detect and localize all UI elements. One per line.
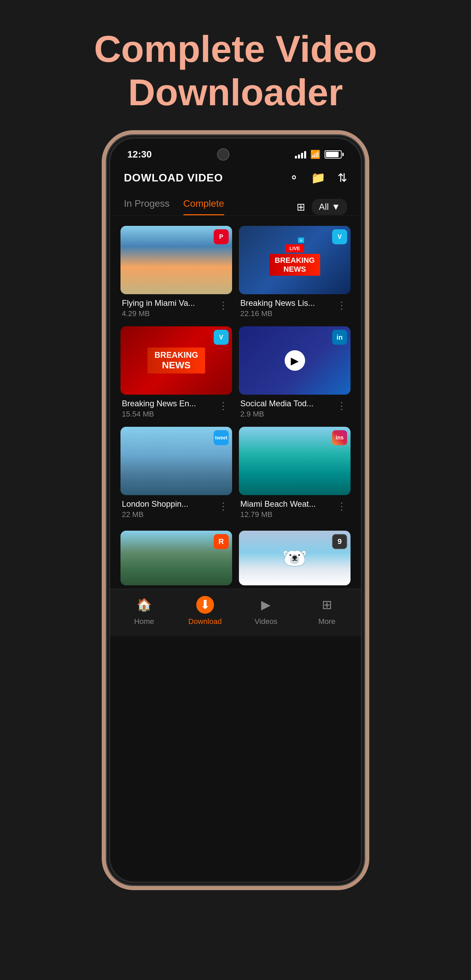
- video-size: 4.29 MB: [122, 309, 216, 318]
- status-time: 12:30: [127, 149, 152, 160]
- video-info: Socical Media Tod... 2.9 MB ⋮: [239, 395, 350, 420]
- home-icon: 🏠: [135, 596, 153, 614]
- status-icons: 📶: [295, 150, 344, 159]
- video-thumbnail-partial: R: [121, 531, 232, 585]
- videos-icon: ▶: [257, 596, 275, 614]
- video-size: 15.54 MB: [122, 410, 216, 418]
- video-size: 2.9 MB: [240, 410, 334, 418]
- video-menu-icon[interactable]: ⋮: [334, 399, 349, 413]
- video-title: Miami Beach Weat...: [240, 499, 334, 509]
- nav-item-download[interactable]: ⬇ Download: [175, 596, 236, 626]
- video-title: Breaking News En...: [122, 399, 216, 408]
- phone-mockup: 12:30 📶 DO: [106, 134, 365, 920]
- video-info: Breaking News Lis... 22.16 MB ⋮: [239, 294, 350, 320]
- video-item[interactable]: P Flying in Miami Va... 4.29 MB ⋮: [121, 226, 232, 320]
- video-title: Socical Media Tod...: [240, 399, 334, 408]
- video-menu-icon[interactable]: ⋮: [216, 499, 231, 513]
- signal-icon: [295, 150, 306, 159]
- app-header: DOWLOAD VIDEO ⚬ 📁 ⇅: [110, 164, 361, 191]
- video-item[interactable]: tweet London Shoppin... 22 MB ⋮: [121, 427, 232, 520]
- more-icon: ⊞: [318, 596, 336, 614]
- video-thumbnail-partial: 🐻‍❄️ 9: [239, 531, 350, 585]
- folder-icon[interactable]: 📁: [311, 171, 325, 185]
- source-badge-vimeo: V: [214, 330, 229, 345]
- grid-view-icon[interactable]: ⊞: [297, 201, 305, 213]
- search-icon[interactable]: ⚬: [289, 171, 299, 185]
- tab-bar: In Progess Complete ⊞ All ▼: [110, 191, 361, 216]
- video-item[interactable]: R: [121, 531, 232, 585]
- video-grid-partial: R 🐻‍❄️ 9: [110, 531, 361, 589]
- video-item[interactable]: ins Miami Beach Weat... 12.79 MB ⋮: [239, 427, 350, 520]
- nav-item-home[interactable]: 🏠 Home: [114, 596, 175, 626]
- nav-label-download: Download: [189, 617, 222, 626]
- video-title: Breaking News Lis...: [240, 298, 334, 308]
- video-grid: P Flying in Miami Va... 4.29 MB ⋮: [110, 216, 361, 531]
- video-title: Flying in Miami Va...: [122, 298, 216, 308]
- video-size: 22.16 MB: [240, 309, 334, 318]
- video-menu-icon[interactable]: ⋮: [216, 298, 231, 312]
- nav-label-videos: Videos: [255, 617, 278, 626]
- bottom-nav: 🏠 Home ⬇ Download ▶ Videos ⊞ More: [110, 589, 361, 636]
- status-bar: 12:30 📶: [110, 139, 361, 164]
- battery-icon: [325, 150, 344, 159]
- chevron-down-icon: ▼: [331, 202, 340, 212]
- video-menu-icon[interactable]: ⋮: [334, 499, 349, 513]
- video-info: London Shoppin... 22 MB ⋮: [121, 495, 232, 520]
- video-title: London Shoppin...: [122, 499, 216, 509]
- download-icon: ⬇: [196, 596, 214, 614]
- page-title: Complete Video Downloader: [67, 27, 404, 114]
- source-badge-linkedin: in: [332, 330, 347, 345]
- source-badge-instagram: ins: [332, 430, 347, 445]
- video-thumbnail: BREAKINGNEWS V: [121, 326, 232, 395]
- camera-cutout: [217, 148, 229, 161]
- filter-button[interactable]: All ▼: [312, 199, 347, 215]
- video-info: Miami Beach Weat... 12.79 MB ⋮: [239, 495, 350, 520]
- wifi-icon: 📶: [310, 150, 320, 159]
- video-thumbnail: tweet: [121, 427, 232, 495]
- app-logo: DOWLOAD VIDEO: [124, 172, 289, 184]
- sort-icon[interactable]: ⇅: [338, 171, 347, 185]
- video-item[interactable]: LIVE v BREAKINGNEWS V Breaking News Lis.…: [239, 226, 350, 320]
- nav-label-more: More: [319, 617, 336, 626]
- nav-item-more[interactable]: ⊞ More: [297, 596, 358, 626]
- video-item[interactable]: ▶ in Socical Media Tod... 2.9 MB ⋮: [239, 326, 350, 420]
- header-icons: ⚬ 📁 ⇅: [289, 171, 347, 185]
- video-menu-icon[interactable]: ⋮: [334, 298, 349, 312]
- video-thumbnail: P: [121, 226, 232, 294]
- video-menu-icon[interactable]: ⋮: [216, 399, 231, 413]
- source-badge-reddit: R: [214, 534, 229, 549]
- phone-screen: 12:30 📶 DO: [110, 139, 361, 881]
- nav-label-home: Home: [134, 617, 154, 626]
- source-badge-vimeo: V: [332, 229, 347, 244]
- video-size: 22 MB: [122, 510, 216, 519]
- video-item[interactable]: 🐻‍❄️ 9: [239, 531, 350, 585]
- source-badge-nine: 9: [332, 534, 347, 549]
- video-info: Breaking News En... 15.54 MB ⋮: [121, 395, 232, 420]
- tab-complete[interactable]: Complete: [183, 198, 224, 215]
- tab-controls: ⊞ All ▼: [297, 199, 347, 215]
- phone-frame: 12:30 📶 DO: [106, 134, 365, 886]
- video-info: Flying in Miami Va... 4.29 MB ⋮: [121, 294, 232, 320]
- tab-in-progress[interactable]: In Progess: [124, 198, 170, 215]
- video-thumbnail: LIVE v BREAKINGNEWS V: [239, 226, 350, 294]
- video-thumbnail: ins: [239, 427, 350, 495]
- source-badge-pinterest: P: [214, 229, 229, 244]
- video-thumbnail: ▶ in: [239, 326, 350, 395]
- nav-item-videos[interactable]: ▶ Videos: [236, 596, 297, 626]
- source-badge-twitter: tweet: [214, 430, 229, 445]
- video-size: 12.79 MB: [240, 510, 334, 519]
- video-item[interactable]: BREAKINGNEWS V Breaking News En... 15.54…: [121, 326, 232, 420]
